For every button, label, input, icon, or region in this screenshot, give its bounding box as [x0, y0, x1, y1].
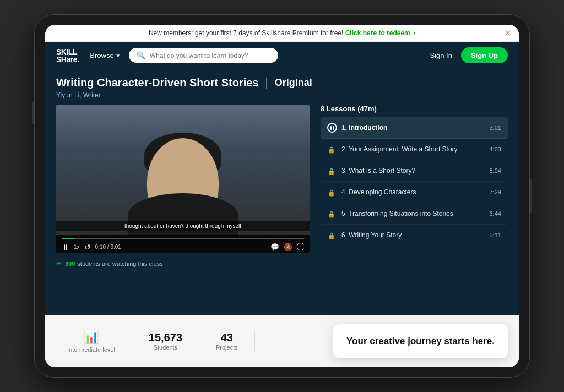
playlist-item-duration: 7:29 — [490, 189, 501, 195]
playlist-item[interactable]: 🔒 2. Your Assignment: Write a Short Stor… — [321, 139, 508, 160]
eye-icon: 👁 — [56, 260, 63, 268]
stats-bar: 📊 Intermediate level 15,673 Students 43 … — [45, 315, 519, 367]
banner-text: New members: get your first 7 days of Sk… — [54, 29, 510, 37]
course-author: Yiyun Li, Writer — [56, 91, 508, 99]
skillshare-logo: SKILL SHare. — [56, 48, 79, 63]
video-controls-bar: ⏸ 1x ↺ 0:10 / 3:01 💬 — [56, 235, 310, 253]
search-input[interactable] — [150, 52, 270, 59]
playback-speed[interactable]: 1x — [74, 244, 80, 250]
browse-button[interactable]: Browse ▾ — [90, 51, 120, 59]
progress-fill — [62, 238, 74, 239]
stat-projects: 43 Projects — [199, 331, 255, 351]
site-header: SKILL SHare. Browse ▾ 🔍 Sign In Sign Up — [45, 42, 519, 69]
playlist-section: 8 Lessons (47m) 1. Introduction 3:01 🔒 2… — [321, 105, 508, 315]
banner-link[interactable]: Click here to redeem › — [345, 29, 415, 37]
content-area: thought about or haven't thought through… — [45, 105, 519, 315]
playlist: 1. Introduction 3:01 🔒 2. Your Assignmen… — [321, 117, 508, 315]
video-section: thought about or haven't thought through… — [56, 105, 310, 315]
cta-card: Your creative journey starts here. — [333, 324, 508, 358]
video-player[interactable]: thought about or haven't thought through… — [56, 105, 310, 253]
playlist-item-title: 3. What Is a Short Story? — [341, 167, 484, 175]
playlist-item[interactable]: 🔒 6. Writing Your Story 5:11 — [321, 225, 508, 246]
projects-label: Projects — [216, 344, 238, 351]
stat-students: 15,673 Students — [132, 331, 199, 351]
cta-text: Your creative journey starts here. — [346, 335, 495, 347]
course-title: Writing Character-Driven Short Stories — [56, 77, 258, 89]
title-divider: | — [265, 77, 268, 89]
play-pause-button[interactable]: ⏸ — [62, 243, 69, 251]
playlist-item-title: 2. Your Assignment: Write a Short Story — [341, 145, 484, 153]
lock-icon: 🔒 — [327, 144, 336, 154]
search-icon: 🔍 — [137, 51, 145, 59]
playlist-item-duration: 6:44 — [490, 210, 501, 217]
signin-button[interactable]: Sign In — [430, 51, 452, 59]
video-subtitle: thought about or haven't thought through… — [56, 221, 310, 231]
level-label: Intermediate level — [67, 346, 115, 353]
playlist-item-title: 1. Introduction — [341, 124, 484, 132]
students-watching: 👁 300 students are watching this class — [56, 258, 310, 270]
students-label: Students — [154, 344, 177, 351]
playlist-item-title: 6. Writing Your Story — [341, 231, 484, 239]
playlist-item-duration: 4:03 — [490, 146, 501, 153]
lock-icon: 🔒 — [327, 209, 336, 219]
video-thumbnail: thought about or haven't thought through… — [56, 105, 310, 253]
signup-button[interactable]: Sign Up — [461, 47, 508, 63]
search-bar[interactable]: 🔍 — [129, 48, 278, 63]
lock-icon: 🔒 — [327, 230, 336, 240]
rewind-button[interactable]: ↺ — [84, 243, 91, 251]
playlist-item-duration: 5:11 — [490, 232, 501, 238]
lessons-header: 8 Lessons (47m) — [321, 105, 508, 117]
playlist-item-title: 5. Transforming Situations into Stories — [341, 210, 484, 217]
progress-track[interactable] — [62, 238, 304, 239]
promo-banner: New members: get your first 7 days of Sk… — [45, 25, 519, 42]
playlist-item[interactable]: 1. Introduction 3:01 — [321, 117, 508, 139]
tablet-screen: New members: get your first 7 days of Sk… — [45, 25, 519, 367]
chevron-down-icon: ▾ — [116, 51, 120, 59]
volume-button[interactable]: 🔕 — [284, 243, 292, 251]
playlist-item[interactable]: 🔒 3. What Is a Short Story? 8:04 — [321, 160, 508, 182]
lock-icon: 🔒 — [327, 187, 336, 197]
fullscreen-button[interactable]: ⛶ — [297, 243, 304, 251]
lock-icon: 🔒 — [327, 166, 336, 176]
playlist-item[interactable]: 🔒 5. Transforming Situations into Storie… — [321, 203, 508, 225]
tablet-side-button-right — [530, 179, 532, 213]
video-time: 0:10 / 3:01 — [95, 244, 121, 250]
banner-close-button[interactable]: ✕ — [504, 28, 511, 39]
captions-button[interactable]: 💬 — [270, 243, 279, 251]
course-header: Writing Character-Driven Short Stories |… — [45, 69, 519, 105]
main-content: Writing Character-Driven Short Stories |… — [45, 69, 519, 315]
playlist-item[interactable]: 🔒 4. Developing Characters 7:29 — [321, 182, 508, 203]
playlist-item-duration: 3:01 — [490, 124, 501, 131]
projects-value: 43 — [221, 331, 233, 344]
pause-icon — [327, 123, 336, 133]
tablet-side-button-left — [32, 102, 34, 124]
students-value: 15,673 — [149, 331, 182, 344]
stat-level: 📊 Intermediate level — [56, 330, 132, 353]
level-icon: 📊 — [84, 330, 99, 344]
original-badge: Original — [275, 77, 312, 89]
playlist-item-duration: 8:04 — [490, 167, 501, 174]
playlist-item-title: 4. Developing Characters — [341, 188, 484, 196]
tablet-frame: New members: get your first 7 days of Sk… — [34, 14, 530, 378]
